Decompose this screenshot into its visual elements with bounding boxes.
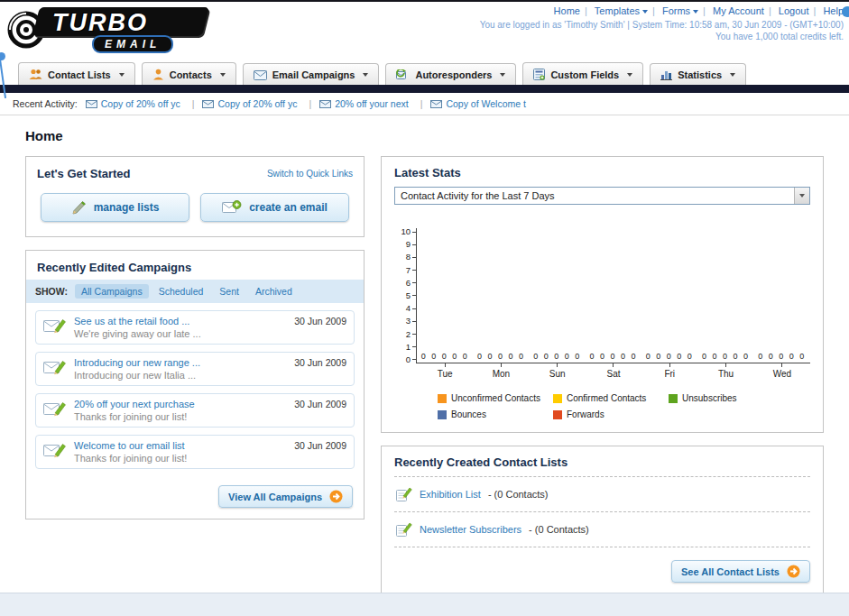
campaign-date: 30 Jun 2009 — [294, 357, 346, 368]
campaign-item[interactable]: See us at the retail food ... We're givi… — [35, 310, 355, 345]
top-link-home[interactable]: Home — [554, 5, 592, 16]
filter-sent[interactable]: Sent — [213, 284, 245, 299]
see-all-contact-lists-button[interactable]: See All Contact Lists — [671, 560, 810, 583]
latest-stats-title: Latest Stats — [394, 166, 810, 179]
pencil-icon — [71, 200, 87, 216]
activity-item[interactable]: 20% off your next — [319, 98, 422, 109]
statistics-icon — [660, 69, 672, 80]
activity-item[interactable]: Copy of 20% off yc — [86, 98, 195, 109]
campaign-title-link[interactable]: Introducing our new range ... — [74, 357, 200, 368]
filter-archived[interactable]: Archived — [249, 284, 299, 299]
right-column: Latest Stats Contact Activity for the La… — [381, 156, 824, 594]
campaign-texts: 20% off your next purchase Thanks for jo… — [74, 399, 195, 422]
stats-period-select[interactable]: Contact Activity for the Last 7 Days — [394, 187, 810, 205]
custom-fields-icon — [533, 69, 545, 80]
envelope-icon — [319, 100, 331, 108]
campaign-item[interactable]: Introducing our new range ... Introducin… — [35, 352, 355, 386]
chart-value-labels: 0 0 0 0 0 — [697, 352, 753, 363]
top-link-templates[interactable]: Templates — [595, 5, 660, 16]
decor-dot-right — [842, 6, 849, 17]
campaign-item[interactable]: Welcome to our email list Thanks for joi… — [35, 435, 355, 469]
credits-info-text: You have 1,000 total credits left. — [480, 32, 844, 41]
dropdown-caret-icon — [220, 73, 226, 77]
tab-custom-fields[interactable]: Custom Fields — [522, 62, 643, 85]
top-link-forms[interactable]: Forms — [662, 5, 710, 16]
top-link-my-account[interactable]: My Account — [713, 5, 776, 16]
chart-x-label: Tue — [417, 363, 473, 379]
left-column: Let's Get Started Switch to Quick Links … — [25, 156, 365, 519]
campaign-date: 30 Jun 2009 — [294, 316, 346, 326]
tab-autoresponders[interactable]: Autoresponders — [385, 63, 516, 85]
contact-list-detail: - (0 Contacts) — [529, 524, 589, 535]
activity-item[interactable]: Copy of Welcome t — [430, 98, 526, 109]
contact-list-item[interactable]: Newsletter Subscribers - (0 Contacts) — [394, 512, 810, 547]
activity-item[interactable]: Copy of 20% off yc — [202, 98, 311, 109]
tab-label: Email Campaigns — [272, 69, 355, 80]
tab-contacts[interactable]: Contacts — [142, 62, 236, 85]
top-link-logout[interactable]: Logout — [779, 5, 821, 16]
filter-all-campaigns[interactable]: All Campaigns — [75, 284, 149, 299]
chart-x-label: Thu — [697, 363, 753, 379]
campaign-texts: See us at the retail food ... We're givi… — [74, 316, 201, 339]
campaign-date: 30 Jun 2009 — [294, 399, 346, 409]
tab-email-campaigns[interactable]: Email Campaigns — [243, 63, 380, 85]
show-label: SHOW: — [35, 286, 68, 297]
tab-label: Contact Lists — [48, 69, 111, 80]
header: TURBO EMAIL Home Templates Forms My Acco… — [0, 2, 849, 58]
contact-icon — [152, 69, 164, 80]
chart-y-axis: 109876543210 — [394, 228, 416, 363]
view-all-campaigns-button[interactable]: View All Campaigns — [218, 485, 353, 508]
switch-quick-links[interactable]: Switch to Quick Links — [267, 169, 353, 179]
contact-list-link[interactable]: Newsletter Subscribers — [420, 524, 521, 535]
create-email-button[interactable]: create an email — [200, 193, 349, 222]
recent-activity-label: Recent Activity: — [13, 98, 78, 109]
contact-lists-icon — [29, 69, 42, 80]
logo-secondary-text: EMAIL — [92, 35, 173, 53]
filter-scheduled[interactable]: Scheduled — [152, 284, 210, 299]
select-arrow-icon — [794, 188, 809, 204]
campaign-subtitle: Thanks for joining our list! — [74, 411, 195, 422]
campaign-title-link[interactable]: 20% off your next purchase — [74, 399, 195, 409]
chart-plot: 0 0 0 0 00 0 0 0 00 0 0 0 00 0 0 0 00 0 … — [416, 228, 810, 363]
campaign-item[interactable]: 20% off your next purchase Thanks for jo… — [35, 393, 355, 428]
campaign-edit-icon — [43, 357, 67, 376]
contact-lists-title: Recently Created Contact Lists — [394, 455, 810, 477]
top-link-help[interactable]: Help — [823, 5, 844, 16]
chart-value-labels: 0 0 0 0 0 — [530, 352, 586, 363]
chart-x-label: Wed — [754, 363, 810, 379]
contact-list-link[interactable]: Exhibition List — [420, 489, 481, 500]
chart-x-label: Fri — [641, 363, 697, 379]
page: TURBO EMAIL Home Templates Forms My Acco… — [0, 0, 849, 616]
envelope-plus-icon — [222, 200, 242, 215]
nav-divider-bar — [0, 85, 849, 93]
campaign-title-link[interactable]: Welcome to our email list — [74, 440, 187, 451]
arrow-circle-icon — [329, 490, 343, 503]
header-right: Home Templates Forms My Account Logout H… — [480, 5, 844, 41]
tab-statistics[interactable]: Statistics — [650, 63, 746, 85]
contact-list-item[interactable]: Exhibition List - (0 Contacts) — [394, 477, 810, 512]
chart-legend: Unconfirmed ContactsConfirmed ContactsUn… — [394, 393, 810, 419]
campaign-filter-bar: SHOW: All Campaigns Scheduled Sent Archi… — [26, 280, 364, 303]
campaign-title-link[interactable]: See us at the retail food ... — [74, 316, 201, 326]
chart-value-labels: 0 0 0 0 0 — [754, 352, 810, 363]
campaign-texts: Introducing our new range ... Introducin… — [74, 357, 200, 381]
manage-lists-button[interactable]: manage lists — [41, 193, 189, 222]
chart-x-label: Sat — [586, 363, 641, 379]
latest-stats-panel: Latest Stats Contact Activity for the La… — [381, 156, 824, 433]
tab-contact-lists[interactable]: Contact Lists — [18, 62, 135, 85]
envelope-icon — [86, 100, 97, 108]
campaign-edit-icon — [43, 399, 67, 418]
page-title: Home — [25, 128, 824, 143]
dropdown-caret-icon — [500, 73, 505, 77]
chart-value-labels: 0 0 0 0 0 — [417, 352, 473, 363]
campaign-subtitle: We're giving away our late ... — [74, 328, 201, 339]
logo-primary-text: TURBO — [52, 9, 148, 37]
recent-contact-lists-panel: Recently Created Contact Lists Exhibitio… — [381, 446, 824, 594]
dropdown-caret-icon — [363, 73, 368, 77]
campaign-texts: Welcome to our email list Thanks for joi… — [74, 440, 187, 464]
envelope-icon — [254, 70, 267, 80]
see-all-contact-lists-label: See All Contact Lists — [681, 566, 780, 577]
main-nav: Contact Lists Contacts Email Campaigns A… — [0, 58, 849, 85]
chart-value-labels: 0 0 0 0 0 — [641, 352, 697, 363]
chart-value-labels: 0 0 0 0 0 — [586, 352, 641, 363]
